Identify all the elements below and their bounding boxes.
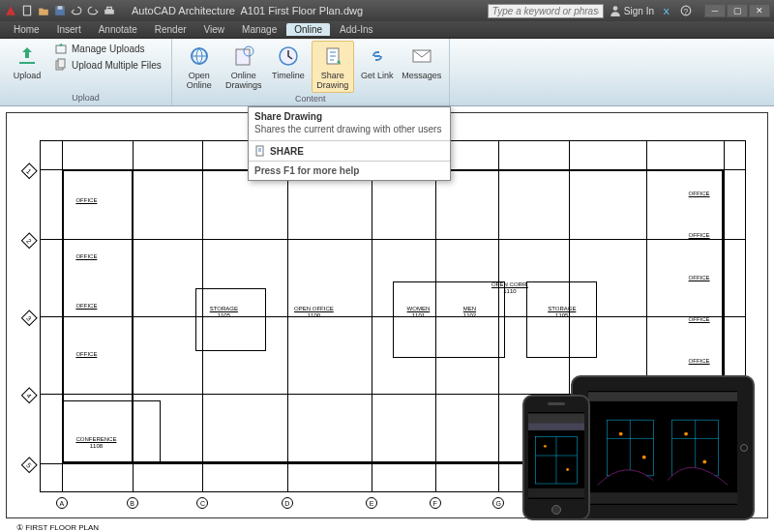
online-drawings-icon (231, 44, 256, 69)
ribbon-group-content: Open Online Online Drawings Timeline Sha… (172, 39, 450, 105)
col-bubble: B (127, 497, 138, 509)
minimize-button[interactable]: ─ (704, 4, 726, 17)
manage-uploads-button[interactable]: Manage Uploads (50, 41, 165, 56)
svg-point-40 (544, 445, 547, 448)
phone-speaker (548, 402, 565, 405)
svg-point-31 (684, 432, 688, 436)
room-label-conference: CONFERENCE1108 (75, 436, 116, 450)
room-label-open-office: OPEN OFFICE1100 (294, 306, 334, 319)
open-icon[interactable] (37, 4, 50, 17)
svg-rect-10 (56, 45, 66, 53)
tab-addins[interactable]: Add-Ins (332, 23, 380, 36)
room-label-office: OFFICE (75, 253, 97, 260)
save-icon[interactable] (53, 4, 67, 17)
help-icon[interactable]: ? (679, 4, 693, 17)
tooltip-desc: Shares the current drawing with other us… (249, 124, 450, 140)
svg-rect-14 (236, 49, 250, 65)
share-drawing-tooltip: Share Drawing Shares the current drawing… (248, 106, 451, 181)
room-label-office: OFFICE (75, 197, 97, 204)
room-label-corr: OPEN CORR.1110 (491, 281, 528, 295)
room-label-men: MEN1102 (463, 306, 476, 319)
svg-rect-4 (104, 10, 114, 15)
svg-rect-20 (588, 392, 737, 504)
svg-rect-34 (528, 414, 584, 424)
open-online-icon (187, 44, 212, 69)
get-link-button[interactable]: Get Link (356, 41, 399, 83)
group-label-content: Content (178, 93, 443, 104)
phone-device (522, 395, 590, 520)
undo-icon[interactable] (70, 4, 83, 17)
room-label-office: OFFICE (689, 191, 710, 197)
quick-access-toolbar (4, 4, 116, 17)
tablet-home-button (740, 444, 748, 452)
online-drawings-button[interactable]: Online Drawings (223, 41, 265, 93)
tooltip-title: Share Drawing (249, 107, 450, 124)
tab-home[interactable]: Home (6, 23, 47, 36)
ribbon-group-upload: Upload Manage Uploads Upload Multiple Fi… (0, 39, 172, 105)
view-title: ① FIRST FLOOR PLAN (16, 523, 99, 532)
search-input[interactable] (488, 4, 604, 18)
upload-multiple-button[interactable]: Upload Multiple Files (50, 57, 165, 73)
row-bubble: 5 (21, 457, 38, 473)
room-label-office: OFFICE (689, 275, 710, 281)
room-label-office: OFFICE (689, 316, 710, 323)
col-bubble: F (430, 497, 441, 509)
tooltip-share: SHARE (249, 141, 450, 161)
app-menu-icon[interactable] (4, 4, 17, 17)
upload-multiple-icon (54, 58, 68, 72)
tooltip-f1: Press F1 for more help (249, 162, 450, 180)
svg-point-41 (566, 468, 569, 471)
tablet-device (571, 375, 755, 520)
share-drawing-button[interactable]: Share Drawing (312, 41, 354, 93)
col-bubble: E (366, 497, 377, 509)
svg-rect-22 (588, 492, 737, 504)
redo-icon[interactable] (86, 4, 100, 17)
svg-rect-5 (107, 7, 112, 9)
maximize-button[interactable]: ▢ (727, 4, 748, 17)
group-label-upload: Upload (6, 92, 165, 103)
row-bubble: 4 (21, 387, 38, 403)
phone-home-button (551, 505, 561, 515)
open-online-button[interactable]: Open Online (178, 41, 221, 93)
svg-rect-12 (58, 59, 65, 68)
print-icon[interactable] (103, 4, 116, 17)
timeline-button[interactable]: Timeline (267, 41, 310, 83)
tablet-screen (588, 391, 737, 505)
tab-online[interactable]: Online (286, 23, 330, 36)
messages-button[interactable]: Messages (401, 41, 443, 83)
ribbon-tabs: Home Insert Annotate Render View Manage … (0, 21, 774, 39)
svg-rect-36 (528, 488, 584, 498)
new-icon[interactable] (20, 4, 34, 17)
svg-text:X: X (663, 6, 670, 16)
room-label-office: OFFICE (75, 351, 97, 358)
ribbon: Upload Manage Uploads Upload Multiple Fi… (0, 39, 774, 106)
svg-point-6 (612, 6, 617, 11)
svg-rect-35 (528, 423, 584, 430)
tab-manage[interactable]: Manage (234, 23, 284, 36)
tab-render[interactable]: Render (147, 23, 194, 36)
room-label-office: OFFICE (689, 358, 710, 365)
phone-screen (528, 412, 584, 499)
timeline-icon (276, 44, 301, 69)
signin-button[interactable]: Sign In (610, 5, 654, 16)
room-label-storage2: STORAGE1105 (548, 306, 576, 319)
col-bubble: G (492, 497, 504, 509)
manage-uploads-icon (54, 42, 68, 55)
get-link-icon (365, 44, 390, 69)
tab-insert[interactable]: Insert (49, 23, 89, 36)
close-button[interactable]: ✕ (749, 4, 770, 17)
row-bubble: 3 (21, 310, 38, 326)
svg-marker-0 (6, 6, 15, 15)
room-label-women: WOMEN1101 (407, 306, 431, 319)
row-bubble: 1 (21, 163, 38, 179)
messages-icon (409, 44, 434, 69)
svg-point-30 (642, 456, 646, 459)
col-bubble: C (196, 497, 208, 509)
share-drawing-icon (320, 44, 345, 69)
tab-annotate[interactable]: Annotate (91, 23, 145, 36)
upload-button[interactable]: Upload (6, 41, 48, 83)
app-title: AutoCAD Architecture A101 First Floor Pl… (132, 5, 363, 16)
exchange-icon[interactable]: X (660, 4, 673, 17)
tab-view[interactable]: View (196, 23, 233, 36)
svg-rect-1 (23, 6, 30, 15)
